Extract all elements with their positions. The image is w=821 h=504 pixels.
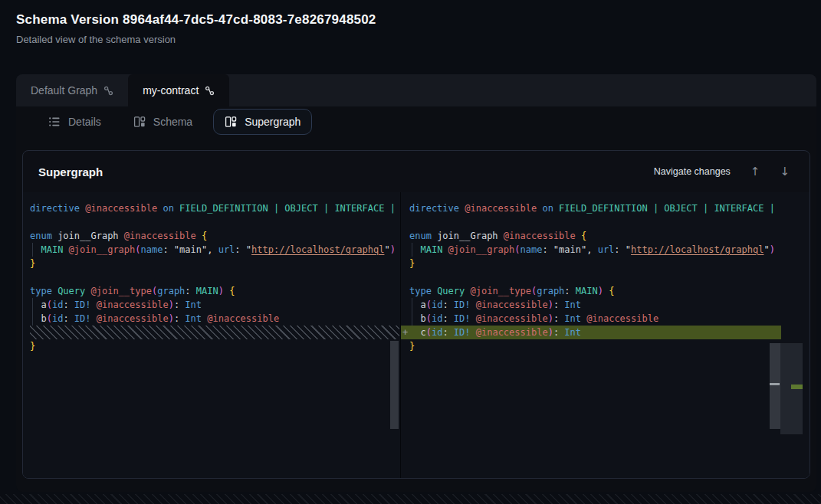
navigate-down-button[interactable]: ↓ xyxy=(775,163,794,180)
indent-guide xyxy=(412,298,412,312)
code-line: MAIN @join__graph(name: "main", url: "ht… xyxy=(23,243,400,257)
graph-tabs: Default Graph my-contract xyxy=(16,74,816,106)
navigate-up-button[interactable]: ↑ xyxy=(746,163,765,180)
code-line: enum join__Graph @inaccessible { xyxy=(23,229,400,243)
code-line: a(id: ID! @inaccessible): Int xyxy=(401,298,810,312)
code-line xyxy=(23,270,400,284)
supergraph-panel: Supergraph Navigate changes ↑ ↓ directiv… xyxy=(22,150,810,479)
code-line: directive @inaccessible on FIELD_DEFINIT… xyxy=(23,201,400,215)
indent-guide xyxy=(32,243,33,257)
code-line: b(id: ID! @inaccessible): Int @inaccessi… xyxy=(401,312,810,326)
subtab-details[interactable]: Details xyxy=(37,109,113,135)
navigate-changes-label: Navigate changes xyxy=(654,166,731,177)
navigate-changes: Navigate changes ↑ ↓ xyxy=(654,163,794,180)
subtab-label: Schema xyxy=(153,116,192,128)
diff-editor[interactable]: directive @inaccessible on FIELD_DEFINIT… xyxy=(23,192,810,478)
view-subtabs: Details Schema Supergraph xyxy=(16,106,816,137)
code-line: type Query @join__type(graph: MAIN) { xyxy=(401,284,810,298)
page-title: Schema Version 8964af44-7dc5-47cd-8083-7… xyxy=(16,12,376,28)
panel-title: Supergraph xyxy=(38,165,103,178)
diff-pane-right[interactable]: directive @inaccessible on FIELD_DEFINIT… xyxy=(400,192,810,478)
page-header: Schema Version 8964af44-7dc5-47cd-8083-7… xyxy=(16,12,376,45)
schema-version-card: Default Graph my-contract xyxy=(16,74,816,492)
subtab-label: Details xyxy=(68,116,101,128)
indent-guide xyxy=(32,298,33,312)
code-line: directive @inaccessible on FIELD_DEFINIT… xyxy=(401,201,810,215)
tab-label: Default Graph xyxy=(31,84,97,97)
code-line: } xyxy=(23,339,400,353)
code-line: } xyxy=(401,339,810,353)
added-code-line: + c(id: ID! @inaccessible): Int xyxy=(401,326,781,339)
code-line: b(id: ID! @inaccessible): Int @inaccessi… xyxy=(23,312,400,326)
code-line: } xyxy=(401,257,810,270)
diff-pane-left[interactable]: directive @inaccessible on FIELD_DEFINIT… xyxy=(23,192,400,478)
code-line: a(id: ID! @inaccessible): Int xyxy=(23,298,400,312)
variant-icon xyxy=(205,86,215,96)
code-line: } xyxy=(23,257,400,270)
subtab-supergraph[interactable]: Supergraph xyxy=(213,109,312,135)
code-line: enum join__Graph @inaccessible { xyxy=(401,229,810,243)
subtab-schema[interactable]: Schema xyxy=(122,109,204,135)
code-line: type Query @join__type(graph: MAIN) { xyxy=(23,284,400,298)
subtab-label: Supergraph xyxy=(245,116,300,128)
panels-icon xyxy=(133,116,146,128)
arrow-down-icon: ↓ xyxy=(780,165,790,178)
variant-icon xyxy=(103,86,113,96)
code-line xyxy=(401,270,810,284)
diff-added-marker: + xyxy=(402,326,408,339)
panels-icon xyxy=(225,116,237,128)
code-line xyxy=(23,215,400,229)
scrollbar-thumb-right[interactable] xyxy=(770,343,780,429)
collapsed-region-hatch-bottom xyxy=(0,494,821,504)
indent-guide xyxy=(32,312,33,326)
tab-default-graph[interactable]: Default Graph xyxy=(16,74,128,106)
panel-header: Supergraph Navigate changes ↑ ↓ xyxy=(23,151,810,192)
code-line xyxy=(401,215,810,229)
scrollbar-thumb-left[interactable] xyxy=(390,341,399,429)
minimap-marker-gray xyxy=(770,383,780,385)
arrow-up-icon: ↑ xyxy=(750,165,760,178)
collapsed-region-hatch xyxy=(30,326,399,339)
tab-my-contract[interactable]: my-contract xyxy=(128,74,229,106)
tab-label: my-contract xyxy=(143,84,199,97)
code-line: MAIN @join__graph(name: "main", url: "ht… xyxy=(401,243,810,257)
page-subtitle: Detailed view of the schema version xyxy=(16,34,376,45)
indent-guide xyxy=(412,312,412,326)
list-icon xyxy=(48,116,61,128)
indent-guide xyxy=(412,243,412,257)
minimap-marker-green xyxy=(791,385,803,389)
